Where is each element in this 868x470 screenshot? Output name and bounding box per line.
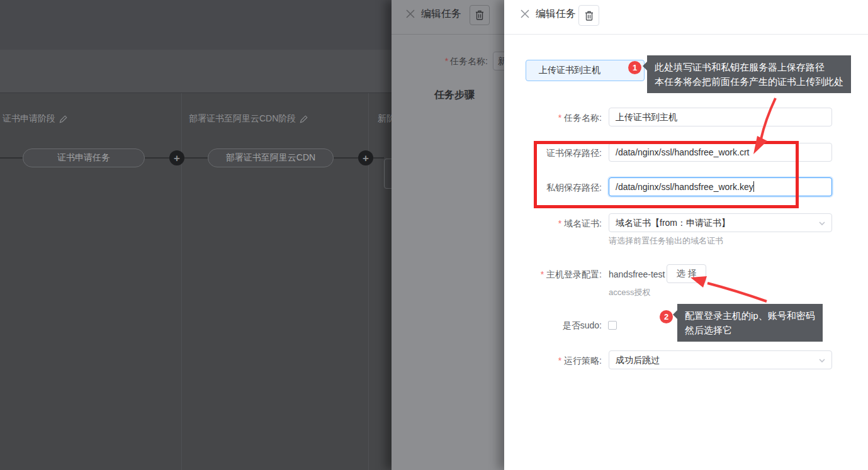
drawer-header: 编辑任务 <box>504 0 868 35</box>
connector-line <box>184 157 208 159</box>
app-root: 证书申请阶段 部署证书至阿里云CDN阶段 新阶段 证书申请任务 部署证书至阿里云… <box>0 0 868 470</box>
connector-line <box>373 157 384 159</box>
delete-task-button[interactable] <box>470 5 490 25</box>
plus-icon: + <box>363 153 369 164</box>
sudo-checkbox[interactable] <box>608 321 617 330</box>
choose-host-button[interactable]: 选 择 <box>667 264 706 283</box>
text-caret <box>753 181 754 192</box>
task-node-label: 部署证书至阿里云CDN <box>226 152 315 164</box>
task-steps-heading: 任务步骤 <box>434 89 475 102</box>
chevron-down-icon <box>818 357 826 364</box>
chevron-down-icon <box>818 220 826 227</box>
required-asterisk: * <box>445 56 448 66</box>
trash-icon <box>585 11 594 21</box>
field-label-key-path: 私钥保存路径: <box>473 182 602 194</box>
edit-stage-icon[interactable] <box>300 115 308 123</box>
field-label-run-policy: *运行策略: <box>473 355 602 367</box>
stage-title: 部署证书至阿里云CDN阶段 <box>189 113 296 125</box>
required-asterisk: * <box>558 218 561 228</box>
field-label-sudo: 是否sudo: <box>473 320 602 332</box>
stage-header-2: 部署证书至阿里云CDN阶段 <box>189 113 308 125</box>
field-label-cert-path: 证书保存路径: <box>473 148 602 159</box>
task-node-cert-request[interactable]: 证书申请任务 <box>23 148 145 167</box>
stage-divider <box>181 93 182 470</box>
stage-header-1: 证书申请阶段 <box>3 113 67 125</box>
field-label-task-name: *任务名称: <box>473 113 602 124</box>
required-asterisk: * <box>558 113 561 123</box>
domain-cert-select[interactable]: 域名证书【from：申请证书】 <box>609 213 832 232</box>
task-node-label: 证书申请任务 <box>57 152 110 164</box>
drawer-title: 编辑任务 <box>536 8 576 21</box>
connector-line <box>145 157 169 159</box>
field-label-domain-cert: *域名证书: <box>473 218 602 230</box>
domain-cert-help-text: 请选择前置任务输出的域名证书 <box>609 235 723 247</box>
host-login-value: handsfree-test <box>609 269 665 279</box>
task-node-deploy-cdn[interactable]: 部署证书至阿里云CDN <box>208 148 334 167</box>
plus-icon: + <box>174 153 180 164</box>
required-asterisk: * <box>558 355 561 366</box>
stage-title: 证书申请阶段 <box>3 113 55 125</box>
close-icon[interactable] <box>406 9 415 18</box>
delete-task-button[interactable] <box>578 5 599 26</box>
connector-line <box>0 157 23 159</box>
add-task-button[interactable]: + <box>169 150 184 165</box>
task-name-input[interactable]: 上传证书到主机 <box>609 108 832 126</box>
edit-stage-icon[interactable] <box>59 115 67 123</box>
close-icon[interactable] <box>521 9 529 18</box>
stage-divider <box>368 93 369 470</box>
drawer-header: 编辑任务 <box>392 0 504 35</box>
cert-path-input[interactable]: /data/nginx/ssl/handsfree_work.crt <box>609 143 832 162</box>
edit-task-drawer: 编辑任务 上传证书到主机 *任务名称: 上传证书到主机 证书保存路径: /dat… <box>504 0 868 470</box>
run-policy-select[interactable]: 成功后跳过 <box>609 350 832 369</box>
edit-task-drawer-background: 编辑任务 *任务名称: 新 任务步骤 <box>392 0 504 470</box>
field-label: *任务名称: <box>400 56 488 67</box>
required-asterisk: * <box>541 269 544 279</box>
host-login-help-text: access授权 <box>609 287 650 298</box>
field-label-host-login: *主机登录配置: <box>473 269 602 281</box>
key-path-input[interactable]: /data/nginx/ssl/handsfree_work.key <box>609 177 832 196</box>
drawer-title: 编辑任务 <box>421 8 461 21</box>
add-task-button[interactable]: + <box>358 150 373 165</box>
trash-icon <box>475 10 484 20</box>
task-step-tab[interactable]: 上传证书到主机 <box>526 60 645 81</box>
connector-line <box>334 157 358 159</box>
